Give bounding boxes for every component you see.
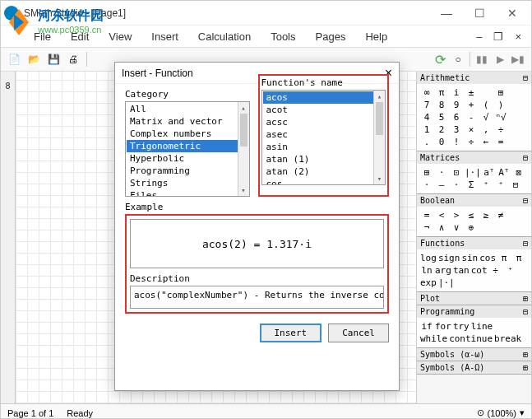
- subwin-minimize-button[interactable]: –: [471, 29, 487, 44]
- panel-button[interactable]: tan: [453, 265, 470, 276]
- panel-button[interactable]: sign: [438, 253, 460, 263]
- panel-button[interactable]: =: [494, 137, 507, 147]
- panel-button[interactable]: ×: [465, 124, 478, 135]
- expand-icon[interactable]: ⊞: [523, 350, 528, 359]
- collapse-icon[interactable]: ⊟: [523, 307, 528, 316]
- scrollbar-thumb[interactable]: [376, 102, 383, 135]
- subwin-close-button[interactable]: ×: [510, 29, 526, 44]
- panel-button[interactable]: ←: [479, 137, 493, 147]
- panel-button[interactable]: =: [420, 210, 433, 221]
- panel-button[interactable]: ·: [420, 179, 433, 190]
- category-item[interactable]: Files: [127, 189, 248, 197]
- panel-button[interactable]: cot: [471, 265, 488, 276]
- print-icon[interactable]: 🖨: [65, 51, 81, 68]
- panel-button[interactable]: (: [479, 100, 493, 110]
- scrollbar-thumb[interactable]: [240, 114, 247, 147]
- category-item[interactable]: All: [127, 103, 248, 115]
- panel-button[interactable]: 5: [435, 112, 448, 123]
- panel-button[interactable]: for: [435, 321, 451, 332]
- function-item[interactable]: acot: [263, 104, 385, 116]
- panel-button[interactable]: 4: [420, 112, 433, 123]
- scrollbar[interactable]: ▴ ▾: [238, 102, 249, 196]
- scrollbar[interactable]: ▴ ▾: [373, 91, 385, 184]
- panel-button[interactable]: -: [465, 112, 478, 123]
- minimize-button[interactable]: —: [431, 3, 462, 23]
- scroll-down-icon[interactable]: ▾: [374, 173, 385, 184]
- panel-button[interactable]: ⁺: [494, 179, 507, 190]
- expand-icon[interactable]: ⊞: [523, 294, 528, 303]
- panel-button[interactable]: ≥: [479, 210, 493, 221]
- panel-button[interactable]: ∨: [450, 222, 463, 233]
- panel-button[interactable]: .: [420, 137, 433, 147]
- panel-button[interactable]: if: [420, 321, 433, 332]
- panel-button[interactable]: while: [420, 333, 447, 344]
- panel-button[interactable]: ⊞: [420, 167, 433, 178]
- panel-button[interactable]: –: [435, 179, 448, 190]
- panel-button[interactable]: i: [450, 87, 463, 98]
- panel-button[interactable]: 7: [420, 100, 433, 110]
- category-list[interactable]: AllMatrix and vectorComplex numbersTrigo…: [125, 101, 250, 197]
- function-item[interactable]: asin: [263, 141, 385, 153]
- pause-icon[interactable]: ▮▮: [474, 51, 490, 68]
- menu-pages[interactable]: Pages: [308, 27, 354, 46]
- panel-button[interactable]: ⊠: [512, 167, 525, 178]
- panel-button[interactable]: ,: [479, 124, 493, 135]
- function-item[interactable]: asec: [263, 128, 385, 141]
- panel-button[interactable]: continue: [449, 333, 493, 344]
- panel-button[interactable]: ¬: [420, 222, 433, 233]
- function-item[interactable]: acsc: [263, 116, 385, 128]
- panel-button[interactable]: π: [497, 253, 511, 263]
- category-item[interactable]: Hyperbolic: [127, 152, 248, 165]
- panel-button[interactable]: 9: [450, 100, 463, 110]
- function-item[interactable]: cos: [263, 178, 385, 185]
- panel-button[interactable]: ÷: [465, 137, 478, 147]
- panel-button[interactable]: +: [465, 100, 478, 110]
- stop-icon[interactable]: ○: [450, 51, 466, 68]
- collapse-icon[interactable]: ⊟: [523, 239, 528, 248]
- function-list[interactable]: acosacotacscasecasinatan (1)atan (2)cos …: [261, 90, 386, 185]
- zoom-level[interactable]: (100%): [488, 408, 516, 418]
- collapse-icon[interactable]: ⊟: [523, 196, 528, 205]
- panel-button[interactable]: ÷: [494, 124, 507, 135]
- function-item[interactable]: atan (2): [263, 165, 385, 178]
- category-item[interactable]: Complex numbers: [127, 128, 248, 140]
- panel-button[interactable]: ⊕: [465, 222, 478, 233]
- category-item[interactable]: Programming: [127, 165, 248, 177]
- insert-button[interactable]: Insert: [260, 324, 322, 342]
- panel-button[interactable]: ≠: [494, 210, 507, 221]
- new-icon[interactable]: 📄: [6, 51, 22, 68]
- panel-button[interactable]: aᵀ: [483, 167, 496, 178]
- panel-button[interactable]: 0: [435, 137, 448, 147]
- save-icon[interactable]: 💾: [45, 51, 62, 68]
- menu-view[interactable]: View: [100, 27, 140, 46]
- panel-button[interactable]: log: [420, 253, 437, 263]
- collapse-icon[interactable]: ⊟: [523, 153, 528, 162]
- zoom-fit-icon[interactable]: ⊙: [477, 407, 484, 418]
- panel-button[interactable]: ): [494, 100, 507, 110]
- panel-button[interactable]: !: [450, 137, 463, 147]
- panel-button[interactable]: ÷: [489, 265, 502, 276]
- function-item[interactable]: acos: [263, 91, 385, 104]
- panel-button[interactable]: break: [494, 333, 521, 344]
- panel-button[interactable]: ⁿ√: [494, 112, 507, 123]
- panel-button[interactable]: ≤: [465, 210, 478, 221]
- menu-help[interactable]: Help: [357, 27, 396, 46]
- panel-button[interactable]: ⊞: [494, 87, 507, 98]
- panel-button[interactable]: exp: [420, 277, 437, 288]
- panel-button[interactable]: ∞: [420, 87, 433, 98]
- open-icon[interactable]: 📂: [25, 51, 42, 68]
- panel-button[interactable]: line: [471, 321, 493, 332]
- panel-button[interactable]: π: [435, 87, 448, 98]
- menu-calculation[interactable]: Calculation: [190, 27, 259, 46]
- panel-button[interactable]: ±: [465, 87, 478, 98]
- panel-button[interactable]: 6: [450, 112, 463, 123]
- category-item[interactable]: Strings: [127, 177, 248, 189]
- panel-button[interactable]: ·: [435, 167, 448, 178]
- panel-button[interactable]: ∧: [435, 222, 448, 233]
- panel-button[interactable]: |·|: [438, 277, 455, 288]
- panel-button[interactable]: ⊟: [509, 179, 522, 190]
- collapse-icon[interactable]: ⊟: [523, 73, 528, 82]
- scroll-up-icon[interactable]: ▴: [374, 91, 385, 102]
- play-icon[interactable]: ▶: [492, 51, 508, 68]
- menu-tools[interactable]: Tools: [262, 27, 303, 46]
